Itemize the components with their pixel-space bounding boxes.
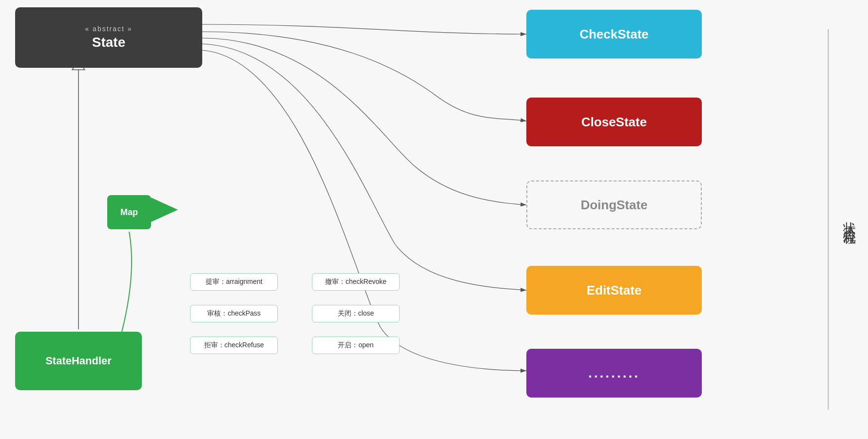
state-handler-node: StateHandler [15,332,142,390]
more-state-label: ......... [588,365,640,381]
doing-state-node: DoingState [526,180,702,229]
edit-state-label: EditState [587,283,642,298]
label-arraignment: 提审：arraignment [190,273,278,291]
map-green-arrow [151,198,180,224]
label-checkpass: 审核：checkPass [190,305,278,322]
map-node: Map [107,195,151,229]
map-label: Map [120,207,138,218]
doing-state-label: DoingState [580,198,647,213]
edit-state-node: EditState [526,266,702,315]
close-state-node: CloseState [526,98,702,146]
more-state-node: ......... [526,349,702,398]
abstract-state-name: State [92,35,125,50]
label-open: 开启：open [312,337,400,354]
label-checkrevoke: 撤审：checkRevoke [312,273,400,291]
side-bar [828,29,829,410]
label-checkrefuse: 拒审：checkRefuse [190,337,278,354]
label-close: 关闭：close [312,305,400,322]
abstract-state-node: « abstract » State [15,7,202,68]
diagram-container: « abstract » State StateHandler Map Chec… [0,0,868,439]
check-state-node: CheckState [526,10,702,59]
close-state-label: CloseState [581,115,647,130]
side-label: 状态流程 [841,212,858,227]
abstract-stereotype: « abstract » [85,25,132,33]
check-state-label: CheckState [579,27,649,42]
state-handler-label: StateHandler [45,355,112,367]
svg-marker-5 [151,198,178,222]
